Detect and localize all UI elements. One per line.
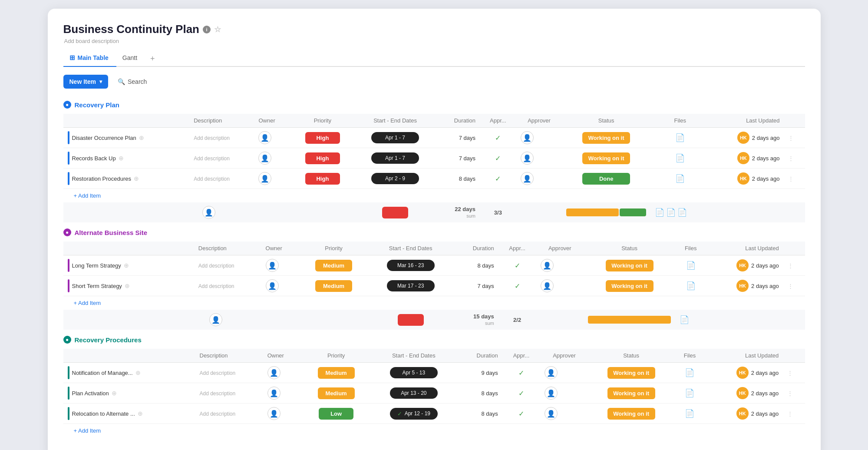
description-text[interactable]: Add description [194, 156, 230, 162]
approver-avatar[interactable]: 👤 [545, 387, 558, 400]
approve-check-icon: ✓ [495, 175, 501, 182]
description-text[interactable]: Add description [200, 390, 236, 397]
add-item-row: + Add Item [63, 296, 805, 310]
description-text[interactable]: Add description [198, 283, 234, 289]
add-item-button[interactable]: + Add Item [63, 189, 805, 203]
status-badge[interactable]: Working on it [606, 260, 653, 271]
date-range-badge[interactable]: Mar 16 - 23 [387, 260, 435, 271]
approver-cell: 👤 [540, 363, 588, 383]
priority-badge[interactable]: Medium [318, 387, 355, 399]
date-range-badge[interactable]: Apr 1 - 7 [371, 152, 419, 164]
add-description-icon[interactable]: ⊕ [119, 155, 124, 162]
add-description-icon[interactable]: ⊕ [124, 262, 129, 269]
section-title[interactable]: Recovery Plan [75, 101, 119, 109]
approver-avatar[interactable]: 👤 [521, 152, 534, 165]
owner-avatar[interactable]: 👤 [267, 387, 281, 400]
section-title[interactable]: Alternate Business Site [75, 229, 148, 236]
description-text[interactable]: Add description [200, 370, 236, 376]
priority-badge[interactable]: Low [319, 408, 353, 420]
add-description-icon[interactable]: ⊕ [125, 282, 130, 289]
last-updated-text: 2 days ago [751, 410, 779, 417]
owner-avatar[interactable]: 👤 [258, 131, 271, 144]
new-item-button[interactable]: New Item ▾ [63, 75, 108, 89]
owner-avatar[interactable]: 👤 [266, 279, 279, 292]
description-cell: Add description [195, 363, 263, 383]
date-range-badge[interactable]: Apr 13 - 20 [390, 387, 438, 399]
item-name[interactable]: Short Term Strategy [72, 283, 122, 289]
approver-avatar[interactable]: 👤 [541, 259, 554, 272]
summary-approve-count: 3/3 [480, 202, 516, 222]
description-text[interactable]: Add description [194, 135, 230, 141]
add-item-button[interactable]: + Add Item [63, 424, 805, 438]
file-icon: 📄 [685, 389, 694, 397]
summary-duration: 22 dayssum [436, 202, 480, 222]
more-options-icon[interactable]: ⋮ [788, 175, 794, 182]
row-more-cell: ⋮ [784, 148, 805, 169]
description-text[interactable]: Add description [200, 411, 236, 417]
approver-avatar[interactable]: 👤 [545, 366, 558, 379]
status-badge[interactable]: Working on it [607, 367, 655, 379]
board-description[interactable]: Add board description [64, 38, 805, 44]
priority-badge[interactable]: Medium [315, 260, 352, 271]
more-options-icon[interactable]: ⋮ [787, 410, 793, 417]
add-description-icon[interactable]: ⊕ [138, 410, 143, 417]
owner-avatar[interactable]: 👤 [267, 407, 281, 420]
search-button[interactable]: 🔍 Search [113, 75, 151, 89]
last-updated-cell: HK 2 days ago [706, 383, 783, 404]
more-options-icon[interactable]: ⋮ [788, 135, 794, 141]
add-description-icon[interactable]: ⊕ [135, 369, 141, 376]
date-range-badge[interactable]: ✓ Apr 12 - 19 [390, 408, 438, 420]
section-collapse-icon[interactable]: ● [63, 228, 71, 236]
item-name[interactable]: Relocation to Alternate ... [72, 410, 135, 417]
more-options-icon[interactable]: ⋮ [788, 155, 794, 162]
approver-avatar[interactable]: 👤 [521, 172, 534, 185]
priority-badge[interactable]: Medium [318, 367, 355, 379]
item-name[interactable]: Long Term Strategy [72, 262, 121, 269]
section-collapse-icon[interactable]: ● [63, 336, 71, 344]
priority-badge[interactable]: High [305, 132, 340, 144]
owner-avatar[interactable]: 👤 [266, 259, 279, 272]
status-badge[interactable]: Working on it [606, 280, 653, 292]
description-text[interactable]: Add description [198, 263, 234, 269]
status-badge[interactable]: Done [582, 173, 630, 185]
item-name[interactable]: Plan Activation [72, 390, 109, 397]
owner-avatar[interactable]: 👤 [258, 172, 271, 185]
item-name[interactable]: Records Back Up [72, 155, 116, 162]
priority-badge[interactable]: High [305, 173, 340, 185]
status-badge[interactable]: Working on it [607, 387, 655, 399]
info-icon[interactable]: i [203, 26, 211, 33]
add-description-icon[interactable]: ⊕ [112, 390, 117, 397]
tab-main-table[interactable]: ⊞ Main Table [63, 50, 116, 67]
description-text[interactable]: Add description [194, 176, 230, 182]
add-description-icon[interactable]: ⊕ [139, 134, 144, 141]
item-name[interactable]: Restoration Procedures [72, 175, 132, 182]
status-badge[interactable]: Working on it [582, 152, 630, 164]
item-name[interactable]: Notification of Manage... [72, 370, 133, 376]
status-badge[interactable]: Working on it [607, 408, 655, 420]
col-approver: Approver [536, 242, 584, 255]
status-badge[interactable]: Working on it [582, 132, 630, 144]
approver-avatar[interactable]: 👤 [541, 279, 554, 292]
priority-badge[interactable]: High [305, 152, 340, 164]
date-range-badge[interactable]: Mar 17 - 23 [387, 280, 435, 291]
owner-avatar[interactable]: 👤 [258, 152, 271, 165]
date-range-badge[interactable]: Apr 2 - 9 [371, 173, 419, 184]
more-options-icon[interactable]: ⋮ [788, 262, 793, 269]
item-name[interactable]: Disaster Occurrence Plan [72, 135, 136, 141]
more-options-icon[interactable]: ⋮ [787, 390, 793, 397]
add-description-icon[interactable]: ⊕ [134, 175, 139, 182]
date-range-badge[interactable]: Apr 5 - 13 [390, 367, 438, 378]
date-range-badge[interactable]: Apr 1 - 7 [371, 132, 419, 143]
owner-avatar[interactable]: 👤 [267, 366, 281, 379]
priority-badge[interactable]: Medium [315, 280, 352, 292]
approver-avatar[interactable]: 👤 [521, 131, 534, 144]
section-title[interactable]: Recovery Procedures [75, 336, 142, 344]
star-icon[interactable]: ☆ [214, 25, 221, 34]
tab-gantt[interactable]: Gantt [116, 51, 145, 66]
section-collapse-icon[interactable]: ● [63, 101, 71, 109]
more-options-icon[interactable]: ⋮ [787, 370, 793, 376]
add-tab-button[interactable]: + [145, 51, 160, 67]
more-options-icon[interactable]: ⋮ [788, 283, 793, 289]
add-item-button[interactable]: + Add Item [63, 296, 805, 310]
approver-avatar[interactable]: 👤 [545, 407, 558, 420]
